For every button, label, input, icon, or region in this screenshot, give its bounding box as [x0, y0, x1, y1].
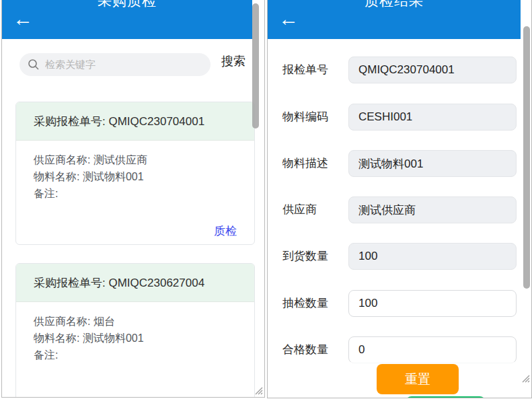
right-page-title: 质检结果 [268, 0, 521, 10]
submit-button[interactable] [405, 396, 486, 398]
card-header: 采购报检单号: QMIQC230704001 [16, 102, 254, 141]
field-label: 合格数量 [282, 336, 328, 363]
left-navbar: 采购质检 ← [2, 0, 252, 39]
form-row: 物料描述 [268, 150, 522, 177]
material-line: 物料名称: 测试物料001 [34, 168, 243, 185]
input-material-code [348, 104, 517, 131]
supplier-line: 供应商名称: 烟台 [34, 313, 243, 330]
back-arrow-icon[interactable]: ← [13, 9, 33, 29]
inspection-card: 采购报检单号: QMIQC230704001 供应商名称: 测试供应商 物料名称… [15, 102, 255, 245]
field-label: 物料描述 [282, 150, 328, 177]
search-box [20, 53, 211, 76]
search-icon [28, 59, 40, 71]
input-sample-qty[interactable] [348, 290, 517, 317]
material-line: 物料名称: 测试物料001 [34, 330, 243, 347]
resize-handle-icon[interactable] [254, 386, 263, 395]
purchase-inspection-panel: 采购质检 ← 搜索 采购报检单号: QMIQC230704001 供应商名称: … [1, 0, 265, 398]
input-inspection-no [348, 57, 517, 83]
search-input[interactable] [45, 53, 205, 75]
inspect-link[interactable]: 质检 [214, 223, 237, 239]
left-page-title: 采购质检 [2, 0, 252, 10]
remark-line: 备注: [34, 347, 243, 363]
inspection-result-panel: 质检结果 ← 报检单号 物料编码 物料描述 供应商 到货数量 抽检数量 [267, 0, 532, 398]
right-scrollbar-thumb[interactable] [523, 26, 530, 289]
field-label: 供应商 [282, 196, 317, 223]
form-row: 合格数量 [268, 336, 522, 363]
card-body: 供应商名称: 烟台 物料名称: 测试物料001 备注: [16, 302, 254, 363]
input-qualified-qty[interactable] [348, 336, 517, 363]
field-label: 到货数量 [282, 243, 328, 270]
form-row: 抽检数量 [268, 290, 522, 317]
right-navbar: 质检结果 ← [268, 0, 521, 39]
card-body: 供应商名称: 测试供应商 物料名称: 测试物料001 备注: [16, 141, 254, 202]
field-label: 抽检数量 [282, 290, 328, 317]
field-label: 报检单号 [282, 57, 328, 83]
supplier-line: 供应商名称: 测试供应商 [34, 151, 243, 168]
input-arrival-qty [348, 243, 517, 270]
input-material-desc [348, 150, 517, 177]
form-row: 到货数量 [268, 243, 522, 270]
form-row: 物料编码 [268, 104, 522, 131]
search-row: 搜索 [2, 48, 252, 81]
search-button[interactable]: 搜索 [221, 53, 245, 69]
app-stage: 采购质检 ← 搜索 采购报检单号: QMIQC230704001 供应商名称: … [0, 0, 532, 399]
form-row: 供应商 [268, 196, 522, 223]
reset-button[interactable]: 重置 [377, 364, 459, 394]
resize-handle-icon[interactable] [521, 373, 530, 383]
form-row: 报检单号 [268, 57, 522, 83]
back-arrow-icon[interactable]: ← [278, 9, 299, 29]
input-supplier [348, 196, 517, 223]
remark-line: 备注: [34, 185, 243, 202]
left-scrollbar-thumb[interactable] [252, 3, 259, 129]
inspection-card: 采购报检单号: QMIQC230627004 供应商名称: 烟台 物料名称: 测… [15, 263, 255, 398]
field-label: 物料编码 [282, 104, 328, 131]
card-header: 采购报检单号: QMIQC230627004 [16, 264, 254, 302]
